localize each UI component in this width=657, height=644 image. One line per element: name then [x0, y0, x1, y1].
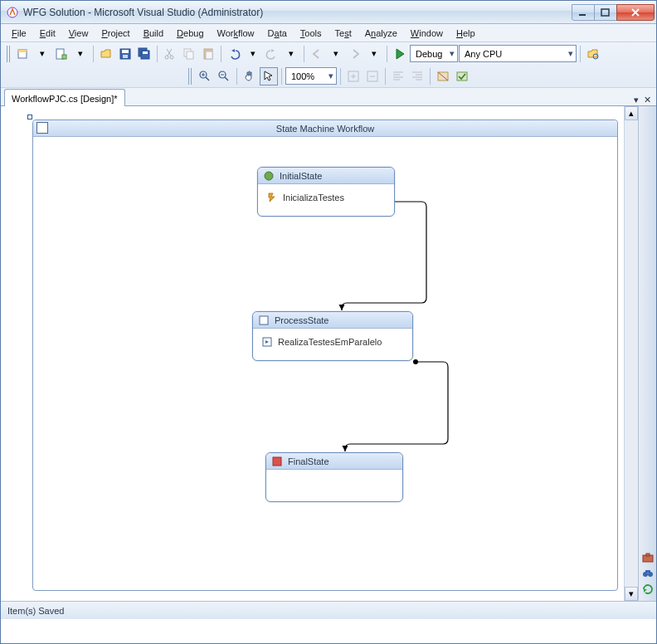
toolbar-grip[interactable] — [188, 68, 192, 85]
align-left-button[interactable] — [389, 67, 407, 85]
menu-build[interactable]: Build — [138, 27, 169, 40]
state-activity[interactable]: RealizaTestesEmParalelo — [260, 334, 406, 350]
nav-forward-dropdown[interactable]: ▾ — [365, 45, 383, 63]
start-debug-button[interactable] — [391, 45, 409, 63]
align-right-button[interactable] — [408, 67, 426, 85]
menu-edit[interactable]: Edit — [34, 27, 61, 40]
add-item-dropdown[interactable]: ▾ — [71, 45, 90, 63]
selection-handle[interactable] — [27, 115, 32, 120]
tab-dropdown-button[interactable]: ▾ — [634, 95, 639, 105]
paste-button[interactable] — [199, 45, 217, 63]
find-in-files-button[interactable] — [584, 45, 602, 63]
copy-button[interactable] — [180, 45, 198, 63]
menu-tools[interactable]: Tools — [294, 27, 328, 40]
redo-dropdown[interactable]: ▾ — [282, 45, 300, 63]
scroll-track[interactable] — [625, 120, 638, 587]
vertical-scrollbar[interactable]: ▴ ▾ — [624, 106, 638, 601]
collapse-button[interactable] — [363, 67, 382, 85]
document-tabstrip: WorkflowPJC.cs [Design]* ▾ ✕ — [1, 88, 656, 106]
menu-data[interactable]: Data — [262, 27, 293, 40]
window-title: WFG Solution - Microsoft Visual Studio (… — [23, 7, 572, 18]
svg-point-13 — [165, 56, 168, 59]
state-process[interactable]: ProcessState RealizaTestesEmParalelo — [252, 311, 413, 361]
maximize-button[interactable] — [594, 4, 617, 21]
initial-state-icon — [263, 170, 275, 182]
workflow-frame[interactable]: State Machine Workflow InitialState — [32, 120, 618, 591]
scroll-up-button[interactable]: ▴ — [625, 106, 638, 120]
tab-close-button[interactable]: ✕ — [644, 95, 651, 105]
state-final[interactable]: FinalState — [265, 452, 403, 502]
menu-view[interactable]: View — [63, 27, 95, 40]
standard-toolbar: ▾ ▾ ▾ ▾ ▾ ▾ Debug▾ Any CPU▾ — [1, 42, 656, 65]
document-tab[interactable]: WorkflowPJC.cs [Design]* — [4, 89, 125, 106]
event-driven-icon — [261, 336, 273, 348]
menu-test[interactable]: Test — [329, 27, 358, 40]
theme-button[interactable] — [434, 67, 452, 85]
binoculars-icon[interactable] — [641, 567, 655, 580]
redo-button[interactable] — [263, 45, 281, 63]
toolbar-area: ▾ ▾ ▾ ▾ ▾ ▾ Debug▾ Any CPU▾ 100 — [1, 42, 656, 88]
cut-button[interactable] — [161, 45, 179, 63]
add-item-button[interactable] — [52, 45, 71, 63]
workflow-title: State Machine Workflow — [276, 124, 374, 134]
nav-back-dropdown[interactable]: ▾ — [327, 45, 345, 63]
zoom-in-button[interactable] — [196, 67, 214, 85]
final-state-icon — [271, 456, 283, 467]
menu-window[interactable]: Window — [405, 27, 449, 40]
window-titlebar: WFG Solution - Microsoft Visual Studio (… — [1, 1, 656, 24]
menu-help[interactable]: Help — [450, 27, 481, 40]
svg-rect-12 — [143, 51, 148, 54]
open-button[interactable] — [97, 45, 115, 63]
create-handler-button[interactable] — [453, 67, 471, 85]
nav-forward-button[interactable] — [346, 45, 364, 63]
state-initial[interactable]: InitialState InicializaTestes — [257, 167, 395, 217]
svg-rect-29 — [260, 316, 268, 324]
state-header: ProcessState — [253, 312, 412, 329]
svg-point-27 — [413, 359, 418, 364]
menu-analyze[interactable]: Analyze — [359, 27, 403, 40]
activity-label: InicializaTestes — [283, 193, 344, 202]
toolbox-icon[interactable] — [641, 551, 655, 564]
new-project-button[interactable] — [14, 45, 32, 63]
undo-button[interactable] — [225, 45, 243, 63]
status-text: Item(s) Saved — [7, 606, 64, 616]
menu-workflow[interactable]: Workflow — [212, 27, 260, 40]
svg-rect-6 — [62, 55, 66, 59]
pointer-tool-button[interactable] — [260, 67, 278, 85]
svg-rect-8 — [122, 50, 129, 53]
solution-config-combo[interactable]: Debug▾ — [410, 45, 458, 62]
activity-label: RealizaTestesEmParalelo — [278, 337, 382, 347]
save-all-button[interactable] — [135, 45, 153, 63]
state-header: InitialState — [258, 168, 394, 184]
menu-file[interactable]: File — [6, 27, 32, 40]
state-header: FinalState — [266, 453, 402, 470]
save-button[interactable] — [116, 45, 134, 63]
new-project-dropdown[interactable]: ▾ — [33, 45, 51, 63]
svg-rect-25 — [457, 72, 467, 80]
menu-debug[interactable]: Debug — [171, 27, 209, 40]
scroll-down-button[interactable]: ▾ — [625, 587, 638, 601]
svg-rect-18 — [206, 51, 212, 59]
solution-platform-value: Any CPU — [465, 49, 502, 59]
solution-config-value: Debug — [416, 49, 442, 59]
svg-rect-1 — [579, 14, 586, 16]
pan-tool-button[interactable] — [241, 67, 259, 85]
menu-project[interactable]: Project — [95, 27, 135, 40]
state-activity[interactable]: InicializaTestes — [265, 189, 387, 206]
undo-dropdown[interactable]: ▾ — [244, 45, 262, 63]
solution-platform-combo[interactable]: Any CPU▾ — [459, 45, 577, 62]
toolbar-grip[interactable] — [7, 46, 11, 62]
event-driven-icon — [266, 192, 278, 203]
minimize-button[interactable] — [572, 4, 595, 21]
nav-back-button[interactable] — [308, 45, 326, 63]
refresh-icon[interactable] — [641, 583, 655, 596]
expand-button[interactable] — [344, 67, 363, 85]
svg-rect-4 — [18, 50, 27, 52]
designer-canvas[interactable]: State Machine Workflow InitialState — [12, 115, 624, 593]
zoom-combo[interactable]: 100%▾ — [285, 67, 337, 85]
close-button[interactable] — [616, 4, 655, 21]
state-name: InitialState — [280, 171, 322, 181]
zoom-out-button[interactable] — [215, 67, 233, 85]
designer-area: State Machine Workflow InitialState — [1, 106, 656, 601]
svg-rect-36 — [645, 570, 650, 573]
